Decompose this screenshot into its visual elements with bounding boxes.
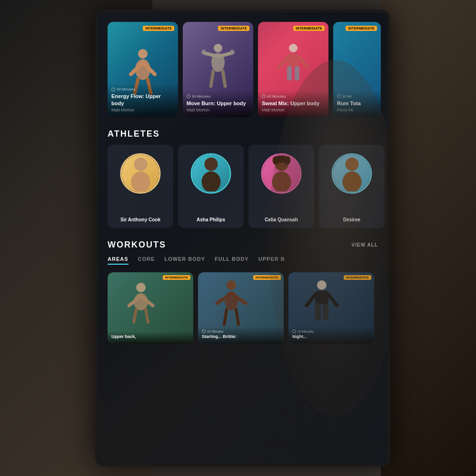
athlete-card-3[interactable]: Desiree [319, 145, 385, 228]
mirror-screen: Intermediate 30 Minutes Energy Flow: Upp… [95, 10, 390, 466]
bottom-card-title-0: Upper back, [111, 334, 189, 340]
card-instructor-3: Matt Morton [262, 108, 325, 112]
athletes-row: Sir Anthony Cook Asha [98, 145, 387, 238]
background-right [381, 0, 476, 476]
svg-line-13 [223, 71, 225, 86]
view-all-button[interactable]: VIEW ALL [352, 242, 378, 248]
workout-card-1[interactable]: Intermediate 30 Minutes Energy Flow: Upp… [108, 22, 178, 117]
card-duration-3: 40 Minutes [262, 94, 325, 99]
card-title-1: Energy Flow: Upper body [111, 93, 174, 107]
svg-rect-47 [315, 303, 321, 320]
card-duration-2: 30 Minutes [187, 94, 249, 99]
athlete-avatar-bg-2 [263, 155, 300, 192]
card-person-2 [201, 43, 235, 96]
bottom-badge-2: Intermediate [344, 275, 371, 280]
workout-card-2[interactable]: Intermediate 30 Minutes Move Burn: Upper… [183, 22, 253, 117]
athlete-card-0[interactable]: Sir Anthony Cook [108, 145, 173, 228]
bottom-person-1 [212, 279, 250, 327]
bottom-card-title-1: Starting... Brittie: [202, 334, 280, 340]
athlete-avatar-inner-1 [192, 155, 230, 192]
bottom-duration-2: 20 Minutes [292, 329, 370, 333]
bottom-card-2[interactable]: Intermediate 20 Minutes Night... [288, 272, 374, 344]
bottom-person-0 [122, 282, 160, 325]
workout-card-3[interactable]: Intermediate 40 Minutes Sweat Mix: Upper… [258, 22, 328, 117]
svg-line-17 [299, 58, 307, 67]
filter-tab-core[interactable]: CORE [138, 256, 155, 265]
bottom-card-1[interactable]: Intermediate 20 Minutes Starting... Brit… [198, 272, 284, 344]
athlete-name-3: Desiree [321, 217, 382, 222]
athlete-avatar-bg-0 [122, 155, 159, 192]
card-info-1: 30 Minutes Energy Flow: Upper body Matt … [108, 83, 178, 117]
card-instructor-1: Matt Morton [111, 108, 174, 112]
athlete-name-0: Sir Anthony Cook [110, 217, 171, 222]
bottom-badge-0: Intermediate [163, 275, 190, 280]
bottom-card-info-0: Upper back, [108, 331, 193, 344]
filter-tab-areas[interactable]: AREAS [108, 256, 129, 265]
card-title-4: Rum Tota [337, 100, 377, 107]
bottom-card-title-2: Night... [292, 334, 370, 340]
athlete-avatar-bg-1 [192, 155, 230, 192]
svg-point-37 [227, 280, 236, 290]
svg-point-22 [204, 158, 218, 171]
svg-rect-15 [287, 54, 299, 67]
workout-card-4[interactable]: Intermediate 30 Mi Rum Tota Perry Mi [333, 22, 381, 117]
bottom-card-0[interactable]: Intermediate Upper back, [108, 272, 193, 344]
svg-point-11 [230, 50, 235, 54]
card-instructor-2: Matt Morton [187, 108, 249, 112]
filter-tab-full-body[interactable]: FULL BODY [215, 256, 249, 265]
clock-icon-b2 [292, 329, 296, 333]
filter-tabs: AREAS CORE LOWER BODY FULL BODY UPPER B [98, 252, 387, 268]
clock-icon-4 [337, 94, 341, 98]
athlete-avatar-inner-2 [263, 155, 300, 192]
badge-intermediate-1: Intermediate [143, 26, 174, 31]
svg-line-42 [236, 309, 238, 325]
card-person-3 [277, 43, 310, 96]
athlete-avatar-bg-3 [333, 155, 371, 192]
svg-point-0 [138, 49, 148, 59]
athlete-avatar-0 [120, 153, 161, 194]
card-info-4: 30 Mi Rum Tota Perry Mi [333, 90, 381, 117]
svg-line-12 [211, 71, 213, 86]
bottom-cards-row: Intermediate Upper back, I [98, 268, 387, 347]
svg-rect-18 [287, 66, 292, 80]
card-duration-4: 30 Mi [337, 94, 377, 99]
bottom-duration-1: 20 Minutes [202, 329, 280, 333]
svg-point-20 [134, 158, 147, 171]
bottom-badge-1: Intermediate [253, 275, 281, 280]
athlete-avatar-inner-0 [122, 155, 159, 192]
clock-icon-b1 [202, 329, 206, 333]
clock-icon-2 [187, 94, 190, 98]
athletes-section-header: ATHLETES [98, 122, 387, 145]
svg-point-30 [342, 171, 361, 191]
svg-point-31 [136, 283, 146, 292]
svg-point-9 [201, 50, 206, 54]
badge-intermediate-2: Intermediate [218, 26, 249, 31]
svg-point-29 [345, 158, 358, 171]
athlete-avatar-3 [332, 153, 372, 194]
filter-tab-lower-body[interactable]: LOWER BODY [164, 256, 205, 265]
athlete-avatar-inner-3 [333, 155, 371, 192]
svg-rect-19 [295, 66, 299, 80]
filter-tab-upper-b[interactable]: UPPER B [258, 256, 285, 265]
scene: Intermediate 30 Minutes Energy Flow: Upp… [0, 0, 476, 476]
athlete-card-2[interactable]: Celia Quansah [248, 145, 314, 228]
svg-point-6 [214, 44, 222, 52]
svg-point-28 [272, 171, 291, 191]
svg-line-35 [134, 309, 136, 322]
card-instructor-4: Perry Mi [337, 108, 377, 112]
svg-point-14 [289, 44, 298, 52]
clock-icon-3 [262, 94, 266, 98]
card-title-2: Move Burn: Upper body [187, 100, 249, 107]
athlete-avatar-2 [261, 153, 302, 194]
workout-cards-row: Intermediate 30 Minutes Energy Flow: Upp… [98, 12, 387, 122]
card-title-3: Sweat Mix: Upper body [262, 100, 325, 107]
svg-line-46 [328, 295, 337, 306]
bottom-card-info-1: 20 Minutes Starting... Brittie: [198, 327, 284, 344]
svg-line-41 [224, 309, 227, 325]
svg-line-45 [307, 295, 315, 306]
svg-point-43 [317, 280, 327, 290]
workouts-title: WORKOUTS [108, 240, 166, 250]
athlete-card-1[interactable]: Asha Philips [178, 145, 244, 228]
svg-rect-48 [323, 303, 328, 320]
athlete-name-1: Asha Philips [180, 217, 241, 222]
